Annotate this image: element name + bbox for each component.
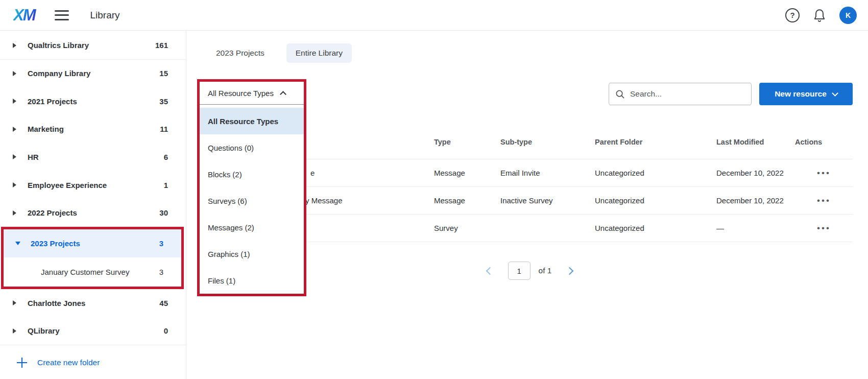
- top-bar: XM Library ? K: [0, 0, 868, 31]
- tab-entire-library[interactable]: Entire Library: [286, 43, 352, 63]
- new-resource-label: New resource: [775, 89, 827, 99]
- create-folder-label: Create new folder: [37, 358, 100, 367]
- avatar-initial: K: [846, 11, 851, 19]
- caret-right-icon: [13, 328, 16, 334]
- chevron-up-icon: [280, 91, 286, 98]
- notifications-bell-icon[interactable]: [813, 8, 826, 22]
- folder-label: HR: [28, 153, 39, 161]
- cell-parent-folder: Uncategorized: [595, 169, 716, 177]
- annotation-red-box-sidebar: 2023 Projects 3 January Customer Survey …: [1, 227, 184, 289]
- folder-count: 0: [164, 326, 168, 335]
- search-box[interactable]: [609, 83, 752, 105]
- folder-count: 1: [164, 181, 168, 190]
- sidebar-item-qualtrics-library[interactable]: Qualtrics Library 161: [0, 32, 186, 60]
- folder-count: 3: [159, 239, 163, 248]
- annotation-red-box-dropdown: All Resource Types All Resource Types Qu…: [197, 79, 306, 296]
- folder-count: 11: [160, 125, 168, 133]
- cell-parent-folder: Uncategorized: [595, 224, 716, 232]
- page-title: Library: [90, 10, 120, 21]
- sidebar-item-marketing[interactable]: Marketing 11: [0, 115, 186, 144]
- cell-last-modified: December 10, 2022: [716, 196, 795, 205]
- caret-right-icon: [13, 71, 16, 76]
- cell-last-modified: December 10, 2022: [716, 169, 795, 177]
- folder-label: Employee Experience: [28, 181, 107, 190]
- page-count-label: of 1: [539, 266, 552, 275]
- sidebar-item-company-library[interactable]: Company Library 15: [0, 60, 186, 88]
- previous-page-chevron-icon[interactable]: [486, 267, 494, 275]
- folder-label: January Customer Survey: [41, 268, 129, 276]
- option-all-resource-types[interactable]: All Resource Types: [200, 108, 304, 134]
- cell-subtype: Email Invite: [500, 169, 595, 177]
- sidebar-item-2022-projects[interactable]: 2022 Projects 30: [0, 199, 186, 227]
- xm-logo: XM: [13, 6, 38, 25]
- cell-type: Message: [434, 169, 500, 177]
- new-resource-button[interactable]: New resource: [759, 83, 853, 105]
- hamburger-menu-icon[interactable]: [55, 10, 69, 20]
- chevron-down-icon: [832, 90, 838, 97]
- row-actions-menu-icon[interactable]: •••: [795, 196, 853, 206]
- sidebar-item-2023-projects[interactable]: 2023 Projects 3: [4, 229, 181, 257]
- caret-right-icon: [13, 182, 16, 187]
- next-page-chevron-icon[interactable]: [566, 267, 574, 275]
- option-messages[interactable]: Messages (2): [200, 214, 304, 241]
- cell-subtype: Inactive Survey: [500, 196, 595, 205]
- folder-label: 2022 Projects: [28, 208, 77, 217]
- library-main-panel: 2023 Projects Entire Library New resourc…: [186, 31, 868, 379]
- resource-name-partial: y Message: [305, 196, 343, 205]
- caret-right-icon: [13, 43, 16, 48]
- create-new-folder-button[interactable]: Create new folder: [0, 352, 186, 379]
- folder-label: 2021 Projects: [28, 97, 77, 106]
- folder-label: Marketing: [28, 125, 64, 133]
- search-input[interactable]: [630, 89, 737, 99]
- folder-label: QLibrary: [28, 326, 60, 335]
- library-tabs: 2023 Projects Entire Library: [207, 43, 352, 63]
- resource-type-options-menu: All Resource Types Questions (0) Blocks …: [200, 105, 304, 294]
- sidebar-divider: [0, 345, 186, 345]
- caret-right-icon: [13, 127, 16, 132]
- plus-icon: [17, 358, 27, 368]
- sidebar-item-qlibrary[interactable]: QLibrary 0: [0, 317, 186, 345]
- caret-down-icon: [15, 242, 20, 245]
- column-header-actions: Actions: [795, 138, 853, 146]
- row-actions-menu-icon[interactable]: •••: [795, 168, 853, 178]
- option-surveys[interactable]: Surveys (6): [200, 187, 304, 214]
- caret-right-icon: [13, 300, 16, 305]
- caret-right-icon: [13, 154, 16, 159]
- folder-count: 15: [159, 69, 168, 78]
- folder-label: Company Library: [28, 69, 90, 78]
- option-graphics[interactable]: Graphics (1): [200, 241, 304, 267]
- sidebar-item-2021-projects[interactable]: 2021 Projects 35: [0, 87, 186, 115]
- folder-count: 3: [159, 268, 163, 276]
- sidebar-item-hr[interactable]: HR 6: [0, 143, 186, 171]
- resource-name-partial: e: [310, 169, 315, 177]
- cell-type: Message: [434, 196, 500, 205]
- folder-count: 30: [159, 208, 168, 217]
- page-number-input[interactable]: [508, 262, 531, 280]
- caret-right-icon: [13, 210, 16, 216]
- column-header-type: Type: [434, 138, 500, 146]
- row-actions-menu-icon[interactable]: •••: [795, 223, 853, 233]
- caret-right-icon: [13, 99, 16, 104]
- folder-label: 2023 Projects: [31, 239, 80, 248]
- sidebar-item-employee-experience[interactable]: Employee Experience 1: [0, 171, 186, 199]
- option-questions[interactable]: Questions (0): [200, 134, 304, 161]
- dropdown-trigger-label: All Resource Types: [208, 89, 274, 98]
- folder-label: Charlotte Jones: [28, 299, 85, 307]
- column-header-last-modified: Last Modified: [716, 138, 795, 146]
- library-folder-sidebar: Qualtrics Library 161 Company Library 15…: [0, 31, 186, 379]
- option-blocks[interactable]: Blocks (2): [200, 161, 304, 187]
- search-icon: [615, 89, 625, 99]
- help-icon[interactable]: ?: [785, 8, 800, 22]
- sidebar-item-january-customer-survey[interactable]: January Customer Survey 3: [4, 257, 181, 287]
- option-files[interactable]: Files (1): [200, 267, 304, 294]
- cell-parent-folder: Uncategorized: [595, 196, 716, 205]
- column-header-subtype: Sub-type: [500, 138, 595, 146]
- folder-count: 45: [159, 299, 168, 307]
- avatar[interactable]: K: [839, 7, 857, 24]
- tab-2023-projects[interactable]: 2023 Projects: [207, 43, 274, 63]
- help-glyph: ?: [790, 11, 794, 19]
- folder-count: 35: [159, 97, 168, 106]
- folder-count: 161: [155, 41, 168, 50]
- resource-type-filter-dropdown[interactable]: All Resource Types: [200, 82, 304, 105]
- sidebar-item-charlotte-jones[interactable]: Charlotte Jones 45: [0, 289, 186, 317]
